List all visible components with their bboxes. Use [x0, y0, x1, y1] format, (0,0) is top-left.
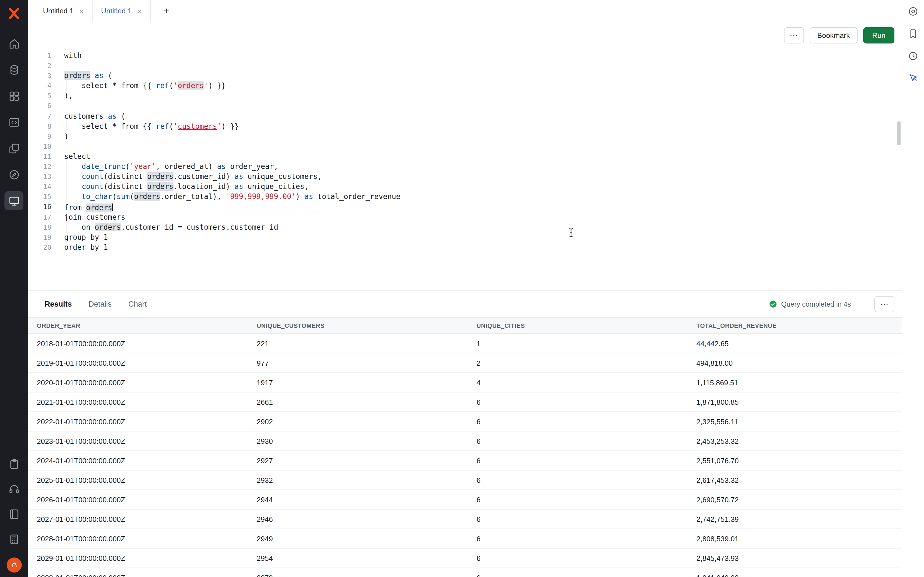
code-text: ),	[59, 91, 73, 101]
rightbar-history-button[interactable]	[906, 48, 921, 63]
app-logo-icon	[7, 6, 21, 21]
code-text: select * from {{ ref('orders') }}	[59, 81, 226, 91]
editor-line[interactable]: 14 count(distinct orders.location_id) as…	[28, 182, 902, 192]
sidebar-database-button[interactable]	[5, 60, 23, 79]
column-header[interactable]: UNIQUE_CUSTOMERS	[248, 322, 468, 329]
calculator-icon	[8, 533, 20, 545]
line-number: 4	[28, 81, 59, 91]
column-header[interactable]: UNIQUE_CITIES	[468, 322, 687, 329]
table-row[interactable]: 2022-01-01T00:00:00.000Z290262,325,556.1…	[28, 412, 902, 432]
editor-tab-1[interactable]: Untitled 1×	[35, 0, 93, 22]
table-cell: 2927	[248, 456, 468, 465]
editor-scrollbar[interactable]	[896, 48, 901, 290]
editor-line[interactable]: 16from orders	[28, 202, 902, 212]
editor-line[interactable]: 18 on orders.customer_id = customers.cus…	[28, 222, 902, 232]
table-row[interactable]: 2027-01-01T00:00:00.000Z294662,742,751.3…	[28, 509, 902, 529]
table-cell: 2024-01-01T00:00:00.000Z	[28, 456, 248, 465]
table-row[interactable]: 2028-01-01T00:00:00.000Z294962,808,539.0…	[28, 529, 902, 548]
user-avatar[interactable]	[6, 558, 21, 572]
table-cell: 2030-01-01T00:00:00.000Z	[28, 574, 248, 577]
sidebar-home-button[interactable]	[5, 34, 23, 53]
table-row[interactable]: 2018-01-01T00:00:00.000Z221144,442.65	[28, 334, 902, 353]
editor-line[interactable]: 10	[28, 142, 902, 152]
bookmark-button[interactable]: Bookmark	[809, 27, 858, 43]
line-number: 12	[28, 162, 59, 172]
table-row[interactable]: 2021-01-01T00:00:00.000Z266161,871,800.8…	[28, 392, 902, 412]
line-number: 1	[28, 51, 59, 61]
grid-icon	[8, 90, 20, 102]
table-cell: 2021-01-01T00:00:00.000Z	[28, 398, 248, 406]
editor-line[interactable]: 5),	[28, 91, 902, 101]
table-row[interactable]: 2020-01-01T00:00:00.000Z191741,115,869.5…	[28, 373, 902, 392]
editor-line[interactable]: 12 date_trunc('year', ordered_at) as ord…	[28, 162, 902, 172]
editor-line[interactable]: 9)	[28, 132, 902, 142]
editor-line[interactable]: 11select	[28, 152, 902, 162]
editor-tab-2[interactable]: Untitled 1×	[93, 0, 151, 22]
code-text: to_char(sum(orders.order_total), '999,99…	[59, 192, 401, 202]
results-tab-details[interactable]: Details	[89, 300, 112, 308]
sidebar-calculator-button[interactable]	[5, 530, 23, 548]
table-cell: 6	[468, 417, 687, 425]
sidebar-code-editor-button[interactable]	[5, 113, 23, 132]
table-cell: 6	[468, 515, 687, 523]
tab-close-icon[interactable]: ×	[137, 7, 142, 15]
tab-close-icon[interactable]: ×	[79, 7, 84, 15]
editor-line[interactable]: 20order by 1	[28, 242, 902, 253]
editor-line[interactable]: 15 to_char(sum(orders.order_total), '999…	[28, 192, 902, 202]
editor-line[interactable]: 1with	[28, 51, 902, 61]
sidebar-headset-button[interactable]	[5, 479, 23, 498]
sidebar-layers-button[interactable]	[5, 139, 23, 158]
sidebar-grid-button[interactable]	[5, 86, 23, 105]
editor-line[interactable]: 6	[28, 101, 902, 111]
editor-line[interactable]: 8 select * from {{ ref('customers') }}	[28, 121, 902, 131]
editor-scrollbar-thumb[interactable]	[897, 121, 901, 145]
table-cell: 6	[468, 574, 687, 577]
new-tab-button[interactable]: +	[160, 4, 173, 18]
sidebar-terminal-button[interactable]	[5, 191, 23, 210]
code-text	[59, 61, 64, 71]
sidebar-notebook-button[interactable]	[5, 504, 23, 524]
table-cell: 6	[468, 456, 687, 465]
line-number: 7	[28, 111, 59, 121]
code-text: from orders	[59, 203, 113, 211]
editor-line[interactable]: 3orders as (	[28, 71, 902, 81]
table-row[interactable]: 2025-01-01T00:00:00.000Z293262,617,453.3…	[28, 471, 902, 490]
code-editor[interactable]: 1with23orders as (4 select * from {{ ref…	[28, 48, 902, 290]
table-cell: 2023-01-01T00:00:00.000Z	[28, 437, 248, 445]
rightbar-bookmark-button[interactable]	[906, 26, 921, 41]
code-lines: 1with23orders as (4 select * from {{ ref…	[28, 51, 902, 253]
results-table-header: ORDER_YEARUNIQUE_CUSTOMERSUNIQUE_CITIEST…	[28, 317, 902, 334]
clipboard-icon	[8, 458, 20, 470]
table-row[interactable]: 2026-01-01T00:00:00.000Z294462,690,570.7…	[28, 490, 902, 509]
rightbar-cursor-click-button[interactable]	[906, 71, 921, 85]
sidebar-compass-button[interactable]	[5, 165, 23, 184]
code-text: on orders.customer_id = customers.custom…	[59, 222, 278, 232]
results-tab-results[interactable]: Results	[45, 300, 72, 308]
code-text: join customers	[59, 212, 125, 222]
table-cell: 2,325,556.11	[687, 417, 902, 425]
editor-line[interactable]: 4 select * from {{ ref('orders') }}	[28, 81, 902, 91]
run-button[interactable]: Run	[863, 27, 895, 43]
editor-line[interactable]: 17join customers	[28, 212, 902, 222]
editor-line[interactable]: 13 count(distinct orders.customer_id) as…	[28, 172, 902, 182]
check-circle-icon	[769, 300, 777, 308]
rightbar-copilot-button[interactable]	[906, 4, 921, 18]
sidebar-clipboard-button[interactable]	[5, 455, 23, 473]
more-actions-button[interactable]: ⋯	[783, 27, 804, 43]
results-more-button[interactable]: ⋯	[874, 296, 895, 312]
table-row[interactable]: 2030-01-01T00:00:00.000Z287961,841,049.3…	[28, 568, 902, 577]
table-row[interactable]: 2029-01-01T00:00:00.000Z295462,845,473.9…	[28, 548, 902, 568]
column-header[interactable]: ORDER_YEAR	[28, 322, 248, 329]
code-editor-icon	[8, 116, 20, 128]
table-cell: 2026-01-01T00:00:00.000Z	[28, 495, 248, 504]
column-header[interactable]: TOTAL_ORDER_REVENUE	[687, 322, 902, 329]
table-cell: 2,551,076.70	[687, 456, 902, 465]
table-row[interactable]: 2024-01-01T00:00:00.000Z292762,551,076.7…	[28, 451, 902, 471]
table-row[interactable]: 2023-01-01T00:00:00.000Z293062,453,253.3…	[28, 432, 902, 451]
table-row[interactable]: 2019-01-01T00:00:00.000Z9772494,818.00	[28, 353, 902, 373]
results-tab-chart[interactable]: Chart	[128, 300, 147, 308]
editor-line[interactable]: 19group by 1	[28, 232, 902, 242]
editor-line[interactable]: 2	[28, 61, 902, 71]
table-cell: 977	[248, 359, 468, 367]
editor-line[interactable]: 7customers as (	[28, 111, 902, 121]
